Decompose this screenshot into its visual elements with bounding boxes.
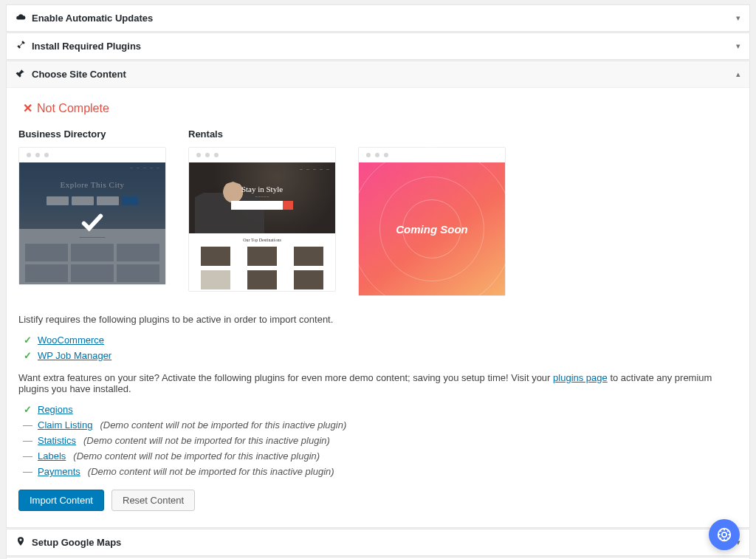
window-dots	[19, 148, 165, 162]
optional-plugin-item: — Statistics (Demo content will not be i…	[23, 433, 738, 448]
panel-content: Choose Site Content ▴ ✕ Not Complete Bus…	[6, 61, 750, 528]
plugin-link[interactable]: WP Job Manager	[38, 350, 111, 361]
panel-title: Install Required Plugins	[32, 41, 141, 52]
plugins-page-link[interactable]: plugins page	[553, 372, 608, 383]
optional-plugin-item: — Payments (Demo content will not be imp…	[23, 464, 738, 479]
demo-rentals[interactable]: Rentals ————— Stay in Style — — — — — Ou…	[188, 128, 336, 296]
dash-icon: —	[23, 419, 32, 431]
x-icon: ✕	[23, 101, 32, 115]
import-content-button[interactable]: Import Content	[18, 490, 104, 511]
dash-icon: —	[23, 466, 32, 477]
inactive-note: (Demo content will not be imported for t…	[88, 466, 334, 477]
check-icon: ✓	[23, 335, 32, 346]
panel-plugins[interactable]: Install Required Plugins ▾	[6, 32, 750, 60]
inactive-note: (Demo content will not be imported for t…	[73, 450, 320, 462]
check-icon	[80, 210, 105, 237]
panel-updates[interactable]: Enable Automatic Updates ▾	[6, 4, 750, 32]
dash-icon: —	[23, 450, 32, 462]
chevron-up-icon: ▴	[736, 69, 740, 79]
chevron-down-icon: ▾	[736, 41, 740, 51]
panel-title: Enable Automatic Updates	[32, 13, 153, 24]
required-plugin-item: ✓ WP Job Manager	[23, 348, 738, 363]
optional-plugin-item: — Claim Listing (Demo content will not b…	[23, 417, 738, 433]
panel-content-body: ✕ Not Complete Business Directory	[7, 87, 749, 527]
inactive-note: (Demo content will not be imported for t…	[83, 435, 330, 446]
required-plugin-item: ✓ WooCommerce	[23, 332, 738, 348]
status-not-complete: ✕ Not Complete	[18, 101, 738, 115]
plugin-link[interactable]: Payments	[38, 466, 80, 477]
demo-label: Rentals	[188, 128, 336, 140]
cloud-icon	[16, 12, 26, 24]
panel-content-header[interactable]: Choose Site Content ▴	[7, 61, 749, 87]
wrench-icon	[16, 40, 26, 52]
panel-title: Choose Site Content	[32, 69, 126, 80]
help-button[interactable]	[709, 519, 740, 550]
demo-business-directory[interactable]: Business Directory ————— Explore This Ci…	[18, 128, 166, 296]
reset-content-button[interactable]: Reset Content	[111, 490, 195, 511]
selected-overlay	[19, 162, 165, 284]
optional-plugin-item: ✓ Regions	[23, 402, 738, 417]
plugin-link[interactable]: Claim Listing	[38, 419, 92, 431]
plugin-link[interactable]: Labels	[38, 450, 66, 462]
demo-label: Business Directory	[18, 128, 166, 140]
dash-icon: —	[23, 435, 32, 446]
demo-label	[358, 128, 506, 140]
svg-point-5	[722, 532, 726, 537]
plugin-link[interactable]: WooCommerce	[38, 335, 104, 346]
panel-maps[interactable]: Setup Google Maps ▾	[6, 529, 750, 556]
section-title: Our Top Destinations	[195, 238, 329, 242]
required-intro: Listify requires the following plugins t…	[18, 314, 738, 325]
pin-icon	[16, 68, 26, 80]
plugin-link[interactable]: Regions	[38, 404, 73, 415]
hero-title: Stay in Style	[189, 185, 335, 193]
demo-coming-soon: Coming Soon	[358, 128, 506, 296]
panel-title: Setup Google Maps	[32, 537, 121, 548]
map-pin-icon	[16, 536, 26, 549]
required-plugins-list: ✓ WooCommerce ✓ WP Job Manager	[23, 332, 738, 363]
check-icon: ✓	[23, 404, 32, 415]
optional-plugins-list: ✓ Regions — Claim Listing (Demo content …	[23, 402, 738, 479]
plugin-link[interactable]: Statistics	[38, 435, 76, 446]
extra-intro: Want extra features on your site? Activa…	[18, 372, 738, 394]
chevron-down-icon: ▾	[736, 13, 740, 23]
coming-soon-text: Coming Soon	[396, 223, 468, 236]
check-icon: ✓	[23, 350, 32, 361]
inactive-note: (Demo content will not be imported for t…	[100, 419, 346, 431]
window-dots	[189, 148, 335, 162]
optional-plugin-item: — Labels (Demo content will not be impor…	[23, 448, 738, 464]
status-text: Not Complete	[37, 102, 109, 115]
